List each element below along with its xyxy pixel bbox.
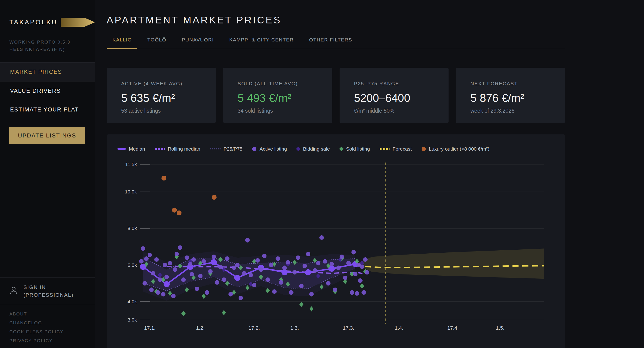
svg-text:1.2.: 1.2.	[196, 325, 204, 331]
main-content: APARTMENT MARKET PRICES KALLIO TÖÖLÖ PUN…	[95, 0, 644, 348]
stat-cards: ACTIVE (4-WEEK AVG) 5 635 €/m² 53 active…	[107, 68, 565, 123]
logo-text: TAKAPOLKU	[9, 19, 58, 26]
forecast-swatch-icon	[380, 148, 390, 150]
price-chart-panel: Median Rolling median P25/P75 Active lis…	[107, 134, 565, 348]
legend-item-bidding-sale: Bidding sale	[297, 146, 330, 152]
legend-item-luxury-outlier: Luxury outlier (>8 000 €/m²)	[422, 146, 490, 152]
stat-card-sold: SOLD (ALL-TIME AVG) 5 493 €/m² 34 sold l…	[223, 68, 332, 123]
svg-text:8.0k: 8.0k	[128, 226, 137, 231]
stat-label: SOLD (ALL-TIME AVG)	[238, 81, 332, 86]
legend-item-p25-p75: P25/P75	[210, 146, 242, 152]
svg-text:11.5k: 11.5k	[125, 162, 137, 167]
svg-text:1.4.: 1.4.	[395, 325, 404, 331]
sign-in-label: SIGN IN (PROFESSIONAL)	[24, 283, 74, 299]
svg-text:17.1.: 17.1.	[144, 325, 156, 331]
chart-legend: Median Rolling median P25/P75 Active lis…	[118, 146, 489, 152]
sidebar-item-estimate-your-flat[interactable]: ESTIMATE YOUR FLAT	[0, 100, 95, 119]
stat-sub: €/m² middle 50%	[354, 108, 449, 114]
footer-link-privacy-policy[interactable]: PRIVACY POLICY	[9, 336, 64, 345]
stat-sub: 53 active listings	[121, 108, 216, 114]
stat-card-active: ACTIVE (4-WEEK AVG) 5 635 €/m² 53 active…	[107, 68, 216, 123]
rolling-median-swatch-icon	[155, 148, 165, 150]
sidebar-nav: MARKET PRICES VALUE DRIVERS ESTIMATE YOU…	[0, 62, 95, 119]
tab-kamppi-city-center[interactable]: KAMPPI & CITY CENTER	[229, 35, 294, 49]
svg-text:3.0k: 3.0k	[128, 317, 137, 323]
update-listings-button[interactable]: UPDATE LISTINGS	[9, 127, 85, 144]
chart-grid: 11.5k10.0k8.0k6.0k4.0k3.0k17.1.1.2.17.2.…	[125, 162, 544, 331]
legend-item-forecast: Forecast	[380, 146, 412, 152]
tab-other-filters[interactable]: OTHER FILTERS	[309, 35, 352, 49]
forecast-band	[355, 249, 544, 279]
svg-text:1.5.: 1.5.	[496, 325, 504, 331]
footer-links: ABOUT CHANGELOG COOKIELESS POLICY PRIVAC…	[9, 310, 64, 345]
stat-sub: 34 sold listings	[238, 108, 332, 114]
price-chart: 11.5k10.0k8.0k6.0k4.0k3.0k17.1.1.2.17.2.…	[107, 134, 565, 348]
tab-toolo[interactable]: TÖÖLÖ	[148, 35, 166, 49]
stat-value: 5 876 €/m²	[470, 92, 565, 104]
version-line: WORKING PROTO 0.5.3	[9, 38, 95, 46]
stat-value: 5 635 €/m²	[121, 92, 216, 104]
stat-sub: week of 29.3.2026	[470, 108, 565, 114]
svg-text:17.4.: 17.4.	[447, 325, 459, 331]
footer-link-about[interactable]: ABOUT	[9, 310, 64, 319]
tab-punavuori[interactable]: PUNAVUORI	[182, 35, 214, 49]
svg-text:1.3.: 1.3.	[290, 325, 299, 331]
footer-link-cookieless-policy[interactable]: COOKIELESS POLICY	[9, 328, 64, 336]
active-listing-swatch-icon	[252, 147, 256, 151]
sign-in-button[interactable]: SIGN IN (PROFESSIONAL)	[0, 277, 95, 305]
stat-label: ACTIVE (4-WEEK AVG)	[121, 81, 216, 86]
quartile-swatch-icon	[210, 148, 220, 149]
version-info: WORKING PROTO 0.5.3 HELSINKI AREA (FIN)	[9, 38, 95, 53]
stat-label: P25–P75 RANGE	[354, 81, 449, 86]
svg-text:10.0k: 10.0k	[125, 189, 137, 194]
person-icon	[10, 286, 17, 296]
svg-text:6.0k: 6.0k	[128, 262, 137, 268]
bidding-sale-swatch-icon	[296, 147, 301, 151]
svg-text:17.2.: 17.2.	[248, 325, 260, 331]
sidebar: TAKAPOLKU WORKING PROTO 0.5.3 HELSINKI A…	[0, 0, 95, 348]
sold-listing-swatch-icon	[339, 147, 344, 151]
footer-link-changelog[interactable]: CHANGELOG	[9, 319, 64, 328]
luxury-outlier-swatch-icon	[422, 147, 426, 151]
legend-item-rolling-median: Rolling median	[155, 146, 200, 152]
svg-text:17.3.: 17.3.	[343, 325, 354, 331]
svg-text:4.0k: 4.0k	[128, 299, 137, 304]
area-tabs: KALLIO TÖÖLÖ PUNAVUORI KAMPPI & CITY CEN…	[107, 35, 565, 49]
page-title: APARTMENT MARKET PRICES	[107, 14, 644, 26]
sidebar-item-market-prices[interactable]: MARKET PRICES	[0, 62, 95, 81]
tab-kallio[interactable]: KALLIO	[112, 35, 132, 49]
legend-item-active-listing: Active listing	[252, 146, 287, 152]
median-line-swatch-icon	[118, 148, 126, 150]
stat-value: 5200–6400	[354, 92, 449, 104]
scatter-luxury	[162, 176, 216, 215]
sidebar-item-value-drivers[interactable]: VALUE DRIVERS	[0, 81, 95, 100]
stat-label: NEXT FORECAST	[470, 81, 565, 86]
logo: TAKAPOLKU	[9, 18, 95, 27]
stat-card-next-forecast: NEXT FORECAST 5 876 €/m² week of 29.3.20…	[456, 68, 565, 123]
legend-item-median: Median	[118, 146, 145, 152]
stat-value: 5 493 €/m²	[238, 92, 332, 104]
stat-card-p25-p75: P25–P75 RANGE 5200–6400 €/m² middle 50%	[340, 68, 449, 123]
region-line: HELSINKI AREA (FIN)	[9, 46, 95, 53]
logo-arrow-icon	[61, 18, 95, 27]
legend-item-sold-listing: Sold listing	[340, 146, 370, 152]
